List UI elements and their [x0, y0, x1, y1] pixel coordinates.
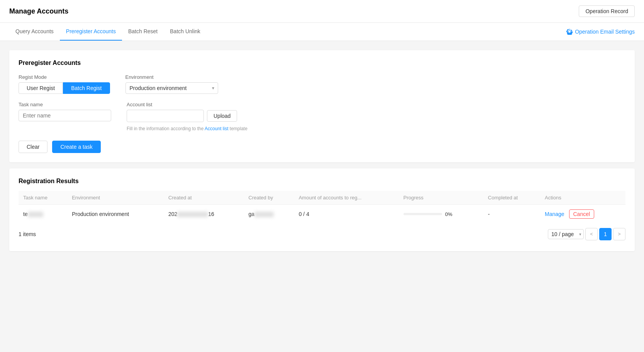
email-settings-label: Operation Email Settings — [575, 29, 635, 35]
page-size-wrapper: 10 / page 20 / page 50 / page — [548, 229, 584, 239]
cell-amount: 0 / 4 — [294, 205, 399, 224]
col-completed-at: Completed at — [483, 191, 540, 205]
col-created-at: Created at — [164, 191, 244, 205]
progress-bar-wrap: 0% — [403, 211, 479, 217]
hint-before: Fill in the information according to the — [127, 126, 205, 131]
pagination: 10 / page 20 / page 50 / page < 1 > — [548, 228, 625, 240]
items-count: 1 items — [19, 231, 36, 237]
create-task-button[interactable]: Create a task — [52, 141, 100, 153]
clear-button[interactable]: Clear — [19, 141, 47, 153]
regist-mode-label: Regist Mode — [19, 74, 110, 80]
tab-query-accounts[interactable]: Query Accounts — [9, 23, 60, 41]
user-regist-button[interactable]: User Regist — [19, 82, 63, 94]
gear-icon — [566, 29, 573, 35]
cell-created-by: ga — [244, 205, 294, 224]
cell-actions: Manage Cancel — [540, 205, 625, 224]
regist-mode-group: Regist Mode User Regist Batch Regist — [19, 74, 110, 94]
cancel-button[interactable]: Cancel — [569, 209, 595, 219]
action-row: Clear Create a task — [19, 141, 625, 153]
environment-label: Environment — [125, 74, 218, 80]
progress-text: 0% — [445, 211, 452, 217]
upload-button[interactable]: Upload — [207, 110, 237, 122]
main-content: Preregister Accounts Regist Mode User Re… — [0, 41, 644, 267]
nav-tabs: Query Accounts Preregister Accounts Batc… — [9, 23, 207, 41]
col-created-by: Created by — [244, 191, 294, 205]
cell-environment: Production environment — [67, 205, 164, 224]
progress-bar-bg — [403, 213, 442, 215]
batch-regist-button[interactable]: Batch Regist — [63, 82, 110, 94]
col-environment: Environment — [67, 191, 164, 205]
cell-task-name: te — [19, 205, 67, 224]
task-name-input[interactable] — [19, 110, 111, 121]
results-card: Registration Results Task name Environme… — [9, 168, 635, 251]
account-list-template-link[interactable]: Account list — [205, 126, 228, 131]
hint-after: template — [228, 126, 247, 131]
results-title: Registration Results — [19, 178, 625, 185]
pagination-page-1-button[interactable]: 1 — [599, 228, 612, 240]
form-top-row: Regist Mode User Regist Batch Regist Env… — [19, 74, 625, 94]
manage-link[interactable]: Manage — [545, 211, 564, 217]
table-row: te Production environment 20216 ga 0 / 4 — [19, 205, 625, 224]
tab-batch-unlink[interactable]: Batch Unlink — [164, 23, 207, 41]
page-title: Manage Accounts — [9, 7, 68, 15]
header: Manage Accounts Operation Record — [0, 0, 644, 23]
upload-row: Upload — [127, 110, 247, 122]
nav-bar: Query Accounts Preregister Accounts Batc… — [0, 23, 644, 41]
col-task-name: Task name — [19, 191, 67, 205]
task-name-group: Task name — [19, 102, 111, 121]
col-progress: Progress — [399, 191, 483, 205]
col-actions: Actions — [540, 191, 625, 205]
email-settings-link[interactable]: Operation Email Settings — [566, 23, 635, 40]
tab-preregister-accounts[interactable]: Preregister Accounts — [60, 23, 122, 41]
cell-progress: 0% — [399, 205, 483, 224]
hint-text: Fill in the information according to the… — [127, 126, 247, 131]
preregister-card: Preregister Accounts Regist Mode User Re… — [9, 50, 635, 162]
account-list-label: Account list — [127, 102, 247, 107]
col-amount: Amount of accounts to reg... — [294, 191, 399, 205]
results-table: Task name Environment Created at Created… — [19, 191, 625, 223]
form-bottom-row: Task name Account list Upload Fill in th… — [19, 102, 625, 131]
table-footer: 1 items 10 / page 20 / page 50 / page < … — [19, 223, 625, 242]
pagination-prev-button[interactable]: < — [585, 228, 598, 240]
preregister-title: Preregister Accounts — [19, 60, 625, 66]
environment-group: Environment Production environment Stagi… — [125, 74, 218, 94]
account-list-group: Account list Upload Fill in the informat… — [127, 102, 247, 131]
page-size-select[interactable]: 10 / page 20 / page 50 / page — [548, 229, 584, 239]
env-select-wrapper: Production environment Staging environme… — [125, 82, 218, 94]
file-input-area — [127, 110, 204, 122]
operation-record-button[interactable]: Operation Record — [579, 5, 635, 17]
cell-completed-at: - — [483, 205, 540, 224]
regist-mode-buttons: User Regist Batch Regist — [19, 82, 110, 94]
cell-created-at: 20216 — [164, 205, 244, 224]
pagination-next-button[interactable]: > — [613, 228, 625, 240]
tab-batch-reset[interactable]: Batch Reset — [122, 23, 164, 41]
task-name-label: Task name — [19, 102, 111, 107]
environment-select[interactable]: Production environment Staging environme… — [125, 82, 218, 94]
